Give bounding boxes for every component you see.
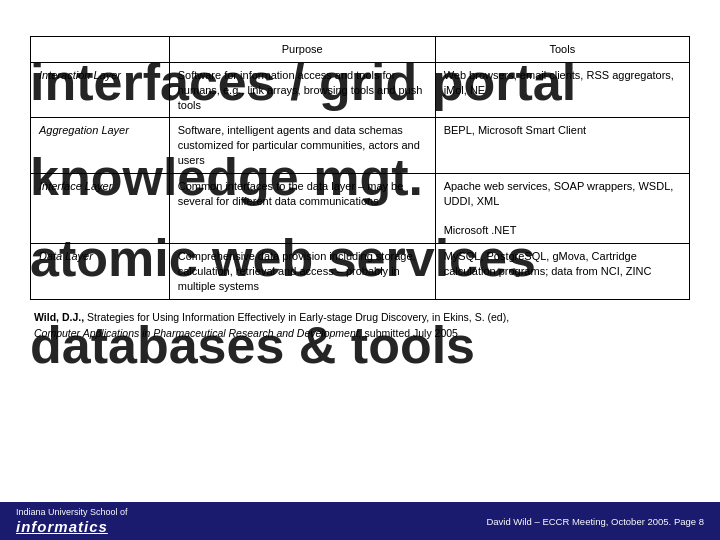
tools-interface-net: Microsoft .NET — [444, 224, 517, 236]
citation-line1: Wild, D.J., Strategies for Using Informa… — [34, 310, 690, 326]
layer-name-interaction: Interaction Layer — [31, 62, 170, 118]
purpose-data: Comprehensive data provision including s… — [169, 244, 435, 300]
tools-interface: Apache web services, SOAP wrappers, WSDL… — [435, 173, 689, 243]
col-header-purpose: Purpose — [169, 37, 435, 63]
school-name-line1: Indiana University School of — [16, 507, 128, 519]
purpose-interface: Common interfaces to the data layer – ma… — [169, 173, 435, 243]
main-content: Purpose Tools Interaction Layer Software… — [0, 0, 720, 351]
citation-line2: Computer Applications in Pharmaceutical … — [34, 326, 690, 342]
table-row: Interaction Layer Software for informati… — [31, 62, 690, 118]
school-logo: informatics — [16, 518, 108, 535]
citation-line2-rest: submitted July 2005 — [362, 327, 458, 339]
col-header-layer — [31, 37, 170, 63]
footer: Indiana University School of informatics… — [0, 502, 720, 540]
footer-right-text: David Wild – ECCR Meeting, October 2005.… — [486, 516, 704, 527]
tools-data: MySQL, PostgreSQL, gMova, Cartridge calc… — [435, 244, 689, 300]
col-header-tools: Tools — [435, 37, 689, 63]
citation-journal: Computer Applications in Pharmaceutical … — [34, 327, 362, 339]
table-row: Data Layer Comprehensive data provision … — [31, 244, 690, 300]
citation-line1-rest: Strategies for Using Information Effecti… — [84, 311, 509, 323]
purpose-interaction: Software for information access and tool… — [169, 62, 435, 118]
purpose-aggregation: Software, intelligent agents and data sc… — [169, 118, 435, 174]
logo-block: Indiana University School of informatics — [16, 507, 128, 536]
layers-table: Purpose Tools Interaction Layer Software… — [30, 36, 690, 300]
layer-name-data: Data Layer — [31, 244, 170, 300]
citation-author: Wild, D.J., — [34, 311, 84, 323]
table-row: Interface Layer Common interfaces to the… — [31, 173, 690, 243]
tools-aggregation: BEPL, Microsoft Smart Client — [435, 118, 689, 174]
layer-name-interface: Interface Layer — [31, 173, 170, 243]
citation: Wild, D.J., Strategies for Using Informa… — [30, 310, 690, 342]
tools-interface-text: Apache web services, SOAP wrappers, WSDL… — [444, 180, 674, 207]
tools-interaction: Web browsers, email clients, RSS aggrega… — [435, 62, 689, 118]
logo-text: informatics — [16, 518, 108, 535]
layer-name-aggregation: Aggregation Layer — [31, 118, 170, 174]
table-row: Aggregation Layer Software, intelligent … — [31, 118, 690, 174]
